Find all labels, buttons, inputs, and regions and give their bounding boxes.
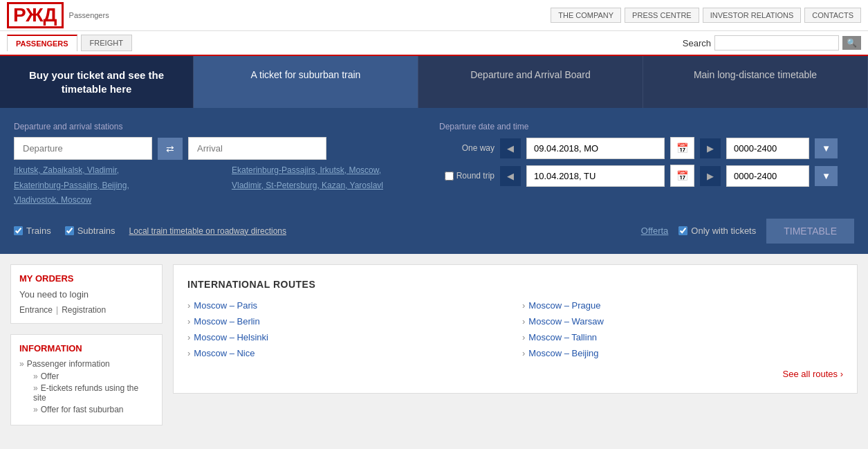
suggestion-irkutsk[interactable]: Irkutsk, Zabaikalsk, Vladimir, xyxy=(14,165,119,175)
date2-prev-btn[interactable]: ◀ xyxy=(500,166,521,186)
time1-input[interactable] xyxy=(726,138,809,159)
information-box: INFORMATION Passenger information Offer … xyxy=(10,334,163,425)
round-trip-row: Round trip ◀ 📅 ▶ ▼ xyxy=(439,165,854,187)
stations-section: Departure and arrival stations ⇄ Irkutsk… xyxy=(14,122,429,208)
suggestion-ekaterinburg[interactable]: Ekaterinburg-Passajirs, Beijing, xyxy=(14,181,129,190)
subtrains-group: Subtrains xyxy=(65,226,116,236)
passenger-freight-nav: PASSENGERS FREIGHT xyxy=(7,35,132,51)
swap-button[interactable]: ⇄ xyxy=(158,138,183,160)
date2-calendar-btn[interactable]: 📅 xyxy=(670,165,694,187)
suggestion-ekaterinburg2[interactable]: Ekaterinburg-Passajirs, Irkutsk, Moscow, xyxy=(232,165,381,175)
my-orders-title: MY ORDERS xyxy=(19,273,154,284)
content-area: MY ORDERS You need to login Entrance | R… xyxy=(0,254,868,446)
subtrains-label: Subtrains xyxy=(77,226,116,236)
route-moscow-warsaw[interactable]: Moscow – Warsaw xyxy=(522,316,843,327)
form-row-main: Departure and arrival stations ⇄ Irkutsk… xyxy=(14,122,854,208)
see-all-routes-link[interactable]: See all routes xyxy=(783,369,843,379)
contacts-btn[interactable]: CONTACTS xyxy=(804,8,861,23)
date2-input[interactable] xyxy=(526,165,665,187)
suggestion-vladivostok[interactable]: Vladivostok, Moscow xyxy=(14,195,91,205)
stations-input-group: ⇄ xyxy=(14,137,429,160)
right-options: Offerta Only with tickets TIMETABLE xyxy=(641,219,854,244)
only-tickets-group: Only with tickets xyxy=(678,226,756,236)
round-trip-label-group: Round trip xyxy=(439,171,495,181)
logo: РЖД Passengers xyxy=(7,2,109,28)
one-way-label: One way xyxy=(439,143,495,153)
route-moscow-tallinn[interactable]: Moscow – Tallinn xyxy=(522,332,843,342)
date1-input[interactable] xyxy=(526,138,665,159)
see-all-container: See all routes xyxy=(187,369,843,379)
date1-prev-btn[interactable]: ◀ xyxy=(500,138,521,158)
information-title: INFORMATION xyxy=(19,343,154,354)
round-trip-label: Round trip xyxy=(456,171,495,181)
round-trip-checkbox[interactable] xyxy=(445,172,454,181)
the-company-btn[interactable]: THE COMPANY xyxy=(551,8,621,23)
arrival-input[interactable] xyxy=(188,137,326,160)
press-centre-btn[interactable]: PRESS CENTRE xyxy=(625,8,699,23)
login-text: You need to login xyxy=(19,289,154,300)
routes-grid: Moscow – Paris Moscow – Prague Moscow – … xyxy=(187,300,843,358)
time2-nav-btn[interactable]: ▼ xyxy=(815,166,838,186)
suggestions-right: Ekaterinburg-Passajirs, Irkutsk, Moscow,… xyxy=(232,163,429,208)
header-nav: THE COMPANY PRESS CENTRE INVESTOR RELATI… xyxy=(551,8,861,23)
search-input[interactable] xyxy=(714,35,839,51)
suggestions-left-text: Irkutsk, Zabaikalsk, Vladimir, Ekaterinb… xyxy=(14,163,211,208)
subtrains-checkbox[interactable] xyxy=(65,226,74,235)
calendar2-icon: 📅 xyxy=(676,170,688,181)
offerta-link[interactable]: Offerta xyxy=(641,226,669,236)
calendar1-icon: 📅 xyxy=(676,143,688,154)
route-moscow-prague[interactable]: Moscow – Prague xyxy=(522,300,843,311)
suggestions-right-text: Ekaterinburg-Passajirs, Irkutsk, Moscow,… xyxy=(232,163,429,193)
logo-subtext: Passengers xyxy=(69,11,109,19)
tab-timetable[interactable]: Main long-distance timetable xyxy=(643,56,868,108)
tabs-bar: Buy your ticket and see the timetable he… xyxy=(0,56,868,108)
date1-next-btn[interactable]: ▶ xyxy=(700,138,721,158)
search-bar: Search 🔍 xyxy=(683,35,861,51)
only-tickets-checkbox[interactable] xyxy=(678,226,687,235)
trains-label: Trains xyxy=(26,226,51,236)
routes-box: INTERNATIONAL ROUTES Moscow – Paris Mosc… xyxy=(173,264,858,394)
route-moscow-nice[interactable]: Moscow – Nice xyxy=(187,348,508,358)
date2-next-btn[interactable]: ▶ xyxy=(700,166,721,186)
time1-nav-btn[interactable]: ▼ xyxy=(815,138,838,158)
time2-input[interactable] xyxy=(726,165,809,187)
passenger-info-link[interactable]: Passenger information xyxy=(19,359,154,369)
routes-title: INTERNATIONAL ROUTES xyxy=(187,279,843,290)
entrance-link[interactable]: Entrance xyxy=(19,305,53,315)
route-moscow-paris[interactable]: Moscow – Paris xyxy=(187,300,508,311)
auth-links: Entrance | Registration xyxy=(19,305,154,315)
route-moscow-berlin[interactable]: Moscow – Berlin xyxy=(187,316,508,327)
passengers-btn[interactable]: PASSENGERS xyxy=(7,35,77,51)
tab-departure-arrival[interactable]: Departure and Arrival Board xyxy=(418,56,643,108)
trains-group: Trains xyxy=(14,226,51,236)
etickets-link[interactable]: E-tickets refunds using the site xyxy=(19,383,154,403)
local-timetable-link[interactable]: Local train timetable on roadway directi… xyxy=(129,226,286,236)
date1-calendar-btn[interactable]: 📅 xyxy=(670,137,694,159)
one-way-row: One way ◀ 📅 ▶ ▼ xyxy=(439,137,854,159)
only-tickets-label: Only with tickets xyxy=(691,226,756,236)
fast-suburban-link[interactable]: Offer for fast suburban xyxy=(19,405,154,414)
search-form: Departure and arrival stations ⇄ Irkutsk… xyxy=(0,108,868,254)
main-content: INTERNATIONAL ROUTES Moscow – Paris Mosc… xyxy=(173,264,858,436)
tab-hero: Buy your ticket and see the timetable he… xyxy=(0,56,194,108)
my-orders-box: MY ORDERS You need to login Entrance | R… xyxy=(10,264,163,324)
date-section: Departure date and time One way ◀ 📅 ▶ ▼ … xyxy=(439,122,854,192)
form-options: Trains Subtrains Local train timetable o… xyxy=(14,219,854,244)
search-label: Search xyxy=(683,38,711,48)
trains-checkbox[interactable] xyxy=(14,226,23,235)
search-button[interactable]: 🔍 xyxy=(842,36,861,50)
freight-btn[interactable]: FREIGHT xyxy=(81,35,132,51)
divider: | xyxy=(56,305,58,315)
route-moscow-beijing[interactable]: Moscow – Beijing xyxy=(522,348,843,358)
header: РЖД Passengers THE COMPANY PRESS CENTRE … xyxy=(0,0,868,31)
route-moscow-helsinki[interactable]: Moscow – Helsinki xyxy=(187,332,508,342)
date-label: Departure date and time xyxy=(439,122,854,131)
departure-input[interactable] xyxy=(14,137,152,160)
tab-suburban[interactable]: A ticket for suburban train xyxy=(194,56,418,108)
offer-link[interactable]: Offer xyxy=(19,372,154,381)
top-nav: PASSENGERS FREIGHT Search 🔍 xyxy=(0,31,868,56)
suggestion-vladimir[interactable]: Vladimir, St-Petersburg, Kazan, Yaroslav… xyxy=(232,181,383,190)
investor-relations-btn[interactable]: INVESTOR RELATIONS xyxy=(703,8,802,23)
timetable-button[interactable]: TIMETABLE xyxy=(766,219,854,244)
registration-link[interactable]: Registration xyxy=(62,305,106,315)
